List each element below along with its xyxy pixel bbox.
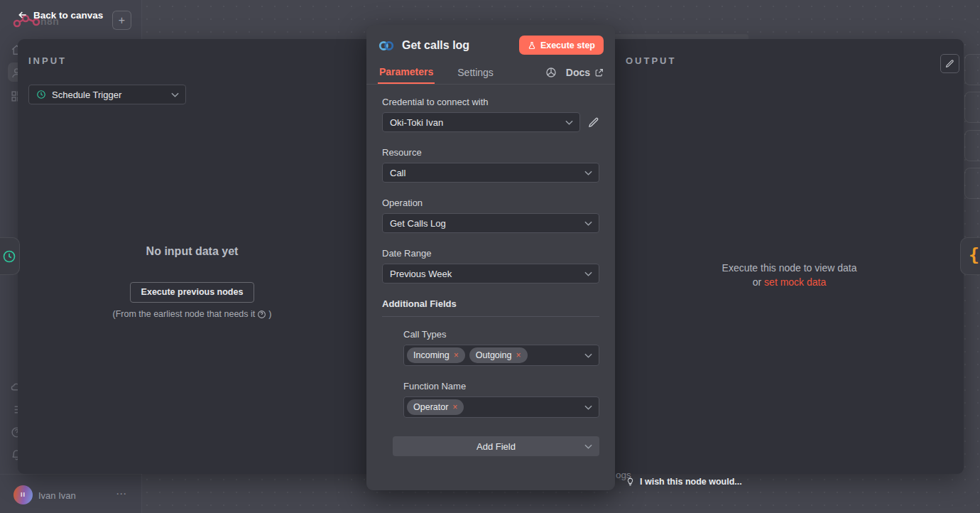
lightbulb-icon [626,476,635,487]
output-empty-state: Execute this node to view data or set mo… [615,261,964,289]
docs-link[interactable]: Docs [566,67,604,78]
chevron-down-icon [565,120,573,125]
resource-label: Resource [382,147,599,158]
date-range-label: Date Range [382,248,599,259]
credential-value: Oki-Toki Ivan [390,117,443,128]
input-node-stub[interactable] [0,237,20,275]
function-name-label: Function Name [403,381,599,392]
chevron-down-icon [171,92,179,97]
node-title[interactable]: Get calls log [402,39,469,52]
edit-credential-pencil-icon[interactable] [588,117,599,128]
node-feedback-text: I wish this node would... [640,477,742,487]
back-arrow-icon [17,9,28,21]
canvas-panel-item [964,92,980,123]
user-menu-ellipsis[interactable]: ⋯ [116,487,126,500]
input-empty-state: No input data yet Execute previous nodes… [18,245,366,319]
input-note-prefix: (From the earliest node that needs it [113,309,256,319]
input-source-value: Schedule Trigger [52,90,121,100]
sidebar-user-area: II Ivan Ivan ⋯ [0,474,142,513]
function-name-multiselect[interactable]: Operator × [403,396,599,418]
tag-incoming: Incoming × [407,347,465,363]
date-range-select[interactable]: Previous Week [382,264,599,284]
add-field-label: Add Field [477,441,516,452]
new-workflow-button[interactable]: + [112,11,131,30]
node-settings-modal: Get calls log Execute step Parameters Se… [366,25,615,490]
output-empty-line: Execute this node to view data [615,261,964,275]
output-pane-title: OUTPUT [626,55,676,66]
avatar[interactable]: II [13,485,33,504]
app-window: n8n + II Ivan Ivan ⋯ Back to canvas INPU… [0,0,980,513]
chevron-down-icon [584,444,592,449]
external-link-icon [594,68,604,77]
operation-value: Get Calls Log [390,218,446,229]
credential-select[interactable]: Oki-Toki Ivan [382,112,580,132]
node-feedback-link[interactable]: I wish this node would... [626,476,742,487]
input-note: (From the earliest node that needs it ) [18,309,366,319]
tag-remove-icon[interactable]: × [516,350,521,360]
chevron-down-icon [584,353,592,358]
tag-outgoing: Outgoing × [469,347,528,363]
tag-label: Outgoing [476,350,512,360]
operation-select[interactable]: Get Calls Log [382,213,599,233]
additional-fields-title: Additional Fields [382,298,599,309]
output-node-stub[interactable]: { [960,237,980,275]
tab-settings[interactable]: Settings [456,61,495,84]
flask-icon [528,41,536,50]
operation-label: Operation [382,198,599,208]
divider [382,316,599,317]
execute-step-label: Execute step [540,40,595,50]
resource-value: Call [390,168,405,178]
modal-header: Get calls log Execute step [366,25,615,61]
edit-output-button[interactable] [940,54,959,73]
docs-label: Docs [566,67,590,78]
question-circle-icon[interactable] [257,310,266,319]
input-empty-title: No input data yet [18,245,366,258]
schedule-trigger-clock-icon [2,249,16,264]
chevron-down-icon [584,171,592,176]
resource-select[interactable]: Call [382,163,599,183]
output-empty-or: or [753,276,761,288]
input-pane-title: INPUT [28,55,67,66]
chevron-down-icon [584,271,592,276]
set-mock-data-link[interactable]: set mock data [764,276,826,288]
oki-toki-cloud-icon [378,39,395,51]
canvas-panel-item [964,168,980,199]
user-name: Ivan Ivan [38,490,76,501]
pencil-icon [945,59,954,68]
back-to-canvas-button[interactable]: Back to canvas [17,9,103,21]
input-source-select[interactable]: Schedule Trigger [28,85,186,104]
input-note-suffix: ) [268,309,271,319]
call-types-label: Call Types [403,329,599,340]
tab-parameters[interactable]: Parameters [378,61,435,84]
tag-operator: Operator × [407,399,464,415]
clock-icon [36,90,46,99]
circle-nodes-icon[interactable] [545,67,557,78]
call-types-multiselect[interactable]: Incoming × Outgoing × [403,345,599,366]
tag-remove-icon[interactable]: × [452,402,457,412]
canvas-panel-item [964,54,980,85]
canvas-panel-item [964,130,980,161]
execute-step-button[interactable]: Execute step [519,36,604,55]
chevron-down-icon [584,405,592,410]
date-range-value: Previous Week [390,269,452,279]
brace-icon: { [969,244,979,265]
tag-label: Operator [413,402,448,412]
credential-label: Credential to connect with [382,97,599,107]
add-field-button[interactable]: Add Field [393,436,599,456]
chevron-down-icon [584,221,592,226]
execute-previous-nodes-button[interactable]: Execute previous nodes [130,282,255,303]
parameters-panel: Credential to connect with Oki-Toki Ivan… [366,85,615,456]
tag-label: Incoming [413,350,450,360]
modal-tabs: Parameters Settings Docs [366,61,615,85]
tag-remove-icon[interactable]: × [454,350,459,360]
additional-fields-section: Call Types Incoming × Outgoing × [403,329,599,418]
back-to-canvas-label: Back to canvas [33,10,103,21]
